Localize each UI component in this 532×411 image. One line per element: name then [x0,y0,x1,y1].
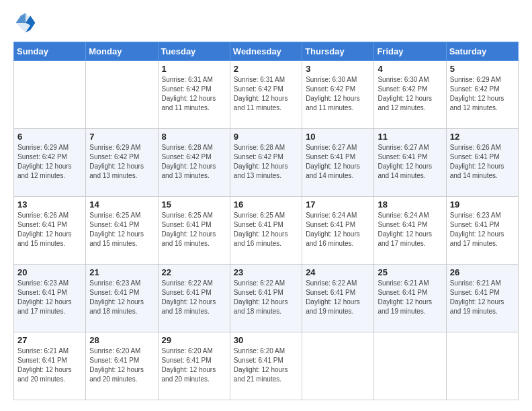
calendar-week-row: 27Sunrise: 6:21 AMSunset: 6:41 PMDayligh… [14,332,519,400]
calendar-cell [86,61,158,129]
header [13,11,519,35]
day-number: 4 [378,64,442,74]
svg-marker-2 [16,13,26,23]
calendar-cell: 27Sunrise: 6:21 AMSunset: 6:41 PMDayligh… [14,332,86,400]
calendar-cell: 19Sunrise: 6:23 AMSunset: 6:41 PMDayligh… [446,197,518,265]
calendar-week-row: 1Sunrise: 6:31 AMSunset: 6:42 PMDaylight… [14,61,519,129]
day-number: 26 [450,267,515,277]
calendar-week-row: 20Sunrise: 6:23 AMSunset: 6:41 PMDayligh… [14,265,519,332]
weekday-header: Saturday [446,42,518,61]
calendar-cell: 5Sunrise: 6:29 AMSunset: 6:42 PMDaylight… [446,61,518,129]
weekday-header: Wednesday [230,42,302,61]
calendar-cell: 14Sunrise: 6:25 AMSunset: 6:41 PMDayligh… [86,197,158,265]
day-number: 28 [89,335,154,345]
day-number: 7 [89,132,154,142]
calendar-cell: 12Sunrise: 6:26 AMSunset: 6:41 PMDayligh… [446,129,518,197]
day-number: 2 [234,64,298,74]
day-number: 10 [306,132,370,142]
day-info: Sunrise: 6:21 AMSunset: 6:41 PMDaylight:… [450,279,515,316]
page: SundayMondayTuesdayWednesdayThursdayFrid… [0,0,532,411]
day-number: 24 [306,267,370,277]
weekday-header: Friday [374,42,446,61]
day-number: 1 [162,64,226,74]
day-info: Sunrise: 6:21 AMSunset: 6:41 PMDaylight:… [378,279,442,316]
calendar-cell: 20Sunrise: 6:23 AMSunset: 6:41 PMDayligh… [14,265,86,332]
day-info: Sunrise: 6:20 AMSunset: 6:41 PMDaylight:… [234,347,298,384]
day-info: Sunrise: 6:23 AMSunset: 6:41 PMDaylight:… [450,211,515,248]
day-number: 27 [17,335,82,345]
calendar-cell: 2Sunrise: 6:31 AMSunset: 6:42 PMDaylight… [230,61,302,129]
day-info: Sunrise: 6:26 AMSunset: 6:41 PMDaylight:… [17,211,82,248]
day-info: Sunrise: 6:22 AMSunset: 6:41 PMDaylight:… [234,279,298,316]
day-info: Sunrise: 6:29 AMSunset: 6:42 PMDaylight:… [17,143,82,181]
day-number: 12 [450,132,515,142]
day-number: 15 [162,199,226,210]
calendar-cell: 21Sunrise: 6:23 AMSunset: 6:41 PMDayligh… [86,265,158,332]
day-info: Sunrise: 6:24 AMSunset: 6:41 PMDaylight:… [378,211,442,248]
day-number: 18 [378,199,442,210]
day-number: 25 [378,267,442,277]
weekday-header: Thursday [302,42,374,61]
logo-icon [13,11,38,35]
day-info: Sunrise: 6:20 AMSunset: 6:41 PMDaylight:… [89,347,154,384]
day-number: 19 [450,199,515,210]
day-info: Sunrise: 6:31 AMSunset: 6:42 PMDaylight:… [234,75,298,113]
calendar-header: SundayMondayTuesdayWednesdayThursdayFrid… [14,42,519,61]
calendar-cell: 23Sunrise: 6:22 AMSunset: 6:41 PMDayligh… [230,265,302,332]
calendar-week-row: 13Sunrise: 6:26 AMSunset: 6:41 PMDayligh… [14,197,519,265]
calendar-cell: 18Sunrise: 6:24 AMSunset: 6:41 PMDayligh… [374,197,446,265]
day-info: Sunrise: 6:28 AMSunset: 6:42 PMDaylight:… [234,143,298,181]
day-info: Sunrise: 6:30 AMSunset: 6:42 PMDaylight:… [306,75,370,113]
calendar-cell: 28Sunrise: 6:20 AMSunset: 6:41 PMDayligh… [86,332,158,400]
day-info: Sunrise: 6:29 AMSunset: 6:42 PMDaylight:… [450,75,515,113]
calendar-cell: 29Sunrise: 6:20 AMSunset: 6:41 PMDayligh… [158,332,230,400]
calendar-cell: 8Sunrise: 6:28 AMSunset: 6:42 PMDaylight… [158,129,230,197]
day-number: 8 [162,132,226,142]
day-number: 17 [306,199,370,210]
day-info: Sunrise: 6:24 AMSunset: 6:41 PMDaylight:… [306,211,370,248]
calendar-cell: 15Sunrise: 6:25 AMSunset: 6:41 PMDayligh… [158,197,230,265]
day-info: Sunrise: 6:27 AMSunset: 6:41 PMDaylight:… [378,143,442,181]
calendar-cell: 26Sunrise: 6:21 AMSunset: 6:41 PMDayligh… [446,265,518,332]
calendar-cell: 22Sunrise: 6:22 AMSunset: 6:41 PMDayligh… [158,265,230,332]
calendar-cell: 4Sunrise: 6:30 AMSunset: 6:42 PMDaylight… [374,61,446,129]
day-number: 20 [17,267,82,277]
day-number: 11 [378,132,442,142]
day-info: Sunrise: 6:30 AMSunset: 6:42 PMDaylight:… [378,75,442,113]
calendar-week-row: 6Sunrise: 6:29 AMSunset: 6:42 PMDaylight… [14,129,519,197]
calendar-cell: 17Sunrise: 6:24 AMSunset: 6:41 PMDayligh… [302,197,374,265]
calendar-cell: 7Sunrise: 6:29 AMSunset: 6:42 PMDaylight… [86,129,158,197]
calendar-cell [374,332,446,400]
calendar-cell: 1Sunrise: 6:31 AMSunset: 6:42 PMDaylight… [158,61,230,129]
calendar-cell: 25Sunrise: 6:21 AMSunset: 6:41 PMDayligh… [374,265,446,332]
calendar-table: SundayMondayTuesdayWednesdayThursdayFrid… [13,42,519,400]
day-number: 23 [234,267,298,277]
day-info: Sunrise: 6:22 AMSunset: 6:41 PMDaylight:… [162,279,226,316]
day-info: Sunrise: 6:21 AMSunset: 6:41 PMDaylight:… [17,347,82,384]
day-info: Sunrise: 6:22 AMSunset: 6:41 PMDaylight:… [306,279,370,316]
day-info: Sunrise: 6:27 AMSunset: 6:41 PMDaylight:… [306,143,370,181]
day-number: 29 [162,335,226,345]
day-number: 5 [450,64,515,74]
day-number: 9 [234,132,298,142]
day-number: 14 [89,199,154,210]
logo [13,11,40,35]
calendar-cell: 13Sunrise: 6:26 AMSunset: 6:41 PMDayligh… [14,197,86,265]
day-info: Sunrise: 6:29 AMSunset: 6:42 PMDaylight:… [89,143,154,181]
day-info: Sunrise: 6:20 AMSunset: 6:41 PMDaylight:… [162,347,226,384]
day-number: 13 [17,199,82,210]
day-number: 16 [234,199,298,210]
day-number: 6 [17,132,82,142]
day-number: 3 [306,64,370,74]
calendar-cell: 24Sunrise: 6:22 AMSunset: 6:41 PMDayligh… [302,265,374,332]
calendar-cell [14,61,86,129]
day-info: Sunrise: 6:25 AMSunset: 6:41 PMDaylight:… [89,211,154,248]
day-info: Sunrise: 6:23 AMSunset: 6:41 PMDaylight:… [17,279,82,316]
day-info: Sunrise: 6:25 AMSunset: 6:41 PMDaylight:… [234,211,298,248]
calendar-cell: 11Sunrise: 6:27 AMSunset: 6:41 PMDayligh… [374,129,446,197]
weekday-header-row: SundayMondayTuesdayWednesdayThursdayFrid… [14,42,519,61]
calendar-cell: 16Sunrise: 6:25 AMSunset: 6:41 PMDayligh… [230,197,302,265]
day-info: Sunrise: 6:28 AMSunset: 6:42 PMDaylight:… [162,143,226,181]
day-info: Sunrise: 6:31 AMSunset: 6:42 PMDaylight:… [162,75,226,113]
weekday-header: Sunday [14,42,86,61]
